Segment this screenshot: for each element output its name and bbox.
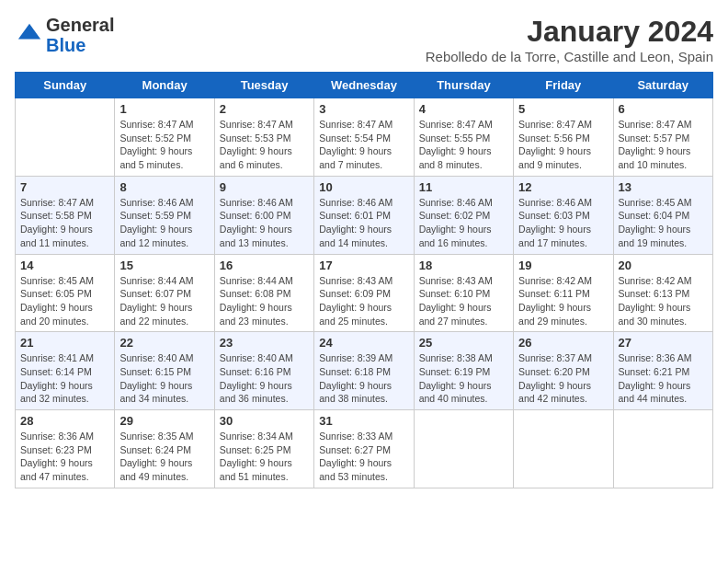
day-info: Sunrise: 8:44 AMSunset: 6:08 PMDaylight:… (220, 274, 309, 328)
day-info: Sunrise: 8:41 AMSunset: 6:14 PMDaylight:… (20, 351, 109, 406)
calendar-cell: 7Sunrise: 8:47 AMSunset: 5:58 PMDaylight… (16, 176, 115, 254)
calendar-cell (16, 98, 115, 177)
day-number: 14 (20, 259, 109, 272)
day-info: Sunrise: 8:46 AMSunset: 6:02 PMDaylight:… (419, 196, 508, 250)
week-row-4: 28Sunrise: 8:36 AMSunset: 6:23 PMDayligh… (16, 410, 713, 488)
calendar-cell: 9Sunrise: 8:46 AMSunset: 6:00 PMDaylight… (214, 176, 313, 254)
weekday-header-thursday: Thursday (414, 73, 513, 98)
calendar-cell: 27Sunrise: 8:36 AMSunset: 6:21 PMDayligh… (613, 332, 712, 410)
day-info: Sunrise: 8:47 AMSunset: 5:57 PMDaylight:… (619, 118, 708, 172)
calendar-cell: 17Sunrise: 8:43 AMSunset: 6:09 PMDayligh… (314, 254, 414, 332)
calendar-cell: 29Sunrise: 8:35 AMSunset: 6:24 PMDayligh… (115, 410, 214, 488)
day-info: Sunrise: 8:34 AMSunset: 6:25 PMDaylight:… (220, 430, 309, 484)
week-row-1: 7Sunrise: 8:47 AMSunset: 5:58 PMDaylight… (16, 176, 713, 254)
day-info: Sunrise: 8:43 AMSunset: 6:09 PMDaylight:… (319, 274, 408, 328)
day-number: 17 (319, 259, 408, 272)
day-number: 30 (220, 414, 309, 428)
calendar-cell: 25Sunrise: 8:38 AMSunset: 6:19 PMDayligh… (414, 332, 513, 410)
day-number: 23 (220, 336, 309, 350)
calendar-cell: 31Sunrise: 8:33 AMSunset: 6:27 PMDayligh… (314, 410, 414, 488)
day-number: 22 (119, 336, 209, 350)
day-info: Sunrise: 8:47 AMSunset: 5:53 PMDaylight:… (220, 118, 309, 172)
day-info: Sunrise: 8:47 AMSunset: 5:55 PMDaylight:… (419, 118, 508, 172)
day-number: 16 (220, 259, 309, 272)
calendar-cell: 21Sunrise: 8:41 AMSunset: 6:14 PMDayligh… (16, 332, 115, 410)
calendar-cell: 23Sunrise: 8:40 AMSunset: 6:16 PMDayligh… (214, 332, 313, 410)
week-row-3: 21Sunrise: 8:41 AMSunset: 6:14 PMDayligh… (16, 332, 713, 410)
weekday-header-monday: Monday (115, 73, 214, 98)
logo-general: General (46, 15, 114, 35)
day-number: 13 (619, 180, 708, 194)
weekday-header-saturday: Saturday (613, 73, 712, 98)
calendar-cell: 8Sunrise: 8:46 AMSunset: 5:59 PMDaylight… (115, 176, 214, 254)
subtitle: Rebolledo de la Torre, Castille and Leon… (426, 49, 713, 64)
day-number: 7 (20, 180, 109, 194)
day-number: 9 (220, 180, 309, 194)
day-number: 10 (319, 180, 408, 194)
day-info: Sunrise: 8:47 AMSunset: 5:56 PMDaylight:… (518, 118, 608, 172)
weekday-header-tuesday: Tuesday (214, 73, 313, 98)
day-number: 8 (119, 180, 209, 194)
day-info: Sunrise: 8:35 AMSunset: 6:24 PMDaylight:… (119, 430, 209, 484)
day-number: 27 (619, 336, 708, 350)
day-number: 19 (518, 259, 608, 272)
day-info: Sunrise: 8:36 AMSunset: 6:21 PMDaylight:… (619, 351, 708, 406)
calendar-cell: 10Sunrise: 8:46 AMSunset: 6:01 PMDayligh… (314, 176, 414, 254)
calendar-cell: 30Sunrise: 8:34 AMSunset: 6:25 PMDayligh… (214, 410, 313, 488)
logo-icon (17, 20, 42, 46)
calendar-cell (414, 410, 513, 488)
day-info: Sunrise: 8:46 AMSunset: 6:03 PMDaylight:… (518, 196, 608, 250)
day-number: 26 (518, 336, 608, 350)
header: General Blue January 2024 Rebolledo de l… (15, 15, 713, 64)
calendar-cell: 16Sunrise: 8:44 AMSunset: 6:08 PMDayligh… (214, 254, 313, 332)
day-info: Sunrise: 8:45 AMSunset: 6:05 PMDaylight:… (20, 274, 109, 328)
day-info: Sunrise: 8:47 AMSunset: 5:52 PMDaylight:… (119, 118, 209, 172)
day-info: Sunrise: 8:40 AMSunset: 6:16 PMDaylight:… (220, 351, 309, 406)
weekday-header-friday: Friday (514, 73, 613, 98)
calendar-cell: 19Sunrise: 8:42 AMSunset: 6:11 PMDayligh… (514, 254, 613, 332)
calendar-cell: 12Sunrise: 8:46 AMSunset: 6:03 PMDayligh… (514, 176, 613, 254)
weekday-header-wednesday: Wednesday (314, 73, 414, 98)
calendar-cell: 2Sunrise: 8:47 AMSunset: 5:53 PMDaylight… (214, 98, 313, 177)
weekday-header-sunday: Sunday (16, 73, 115, 98)
logo-blue: Blue (46, 35, 114, 55)
day-info: Sunrise: 8:36 AMSunset: 6:23 PMDaylight:… (20, 430, 109, 484)
day-info: Sunrise: 8:47 AMSunset: 5:54 PMDaylight:… (319, 118, 408, 172)
day-info: Sunrise: 8:42 AMSunset: 6:13 PMDaylight:… (619, 274, 708, 328)
calendar-cell: 26Sunrise: 8:37 AMSunset: 6:20 PMDayligh… (514, 332, 613, 410)
calendar-cell: 20Sunrise: 8:42 AMSunset: 6:13 PMDayligh… (613, 254, 712, 332)
day-number: 2 (220, 102, 309, 116)
day-number: 18 (419, 259, 508, 272)
day-info: Sunrise: 8:46 AMSunset: 6:01 PMDaylight:… (319, 196, 408, 250)
day-number: 12 (518, 180, 608, 194)
day-info: Sunrise: 8:46 AMSunset: 6:00 PMDaylight:… (220, 196, 309, 250)
day-number: 24 (319, 336, 408, 350)
calendar-table: SundayMondayTuesdayWednesdayThursdayFrid… (15, 72, 713, 488)
calendar-cell: 15Sunrise: 8:44 AMSunset: 6:07 PMDayligh… (115, 254, 214, 332)
svg-marker-0 (18, 24, 40, 40)
day-number: 31 (319, 414, 408, 428)
day-number: 5 (518, 102, 608, 116)
day-info: Sunrise: 8:38 AMSunset: 6:19 PMDaylight:… (419, 351, 508, 406)
day-number: 28 (20, 414, 109, 428)
day-info: Sunrise: 8:42 AMSunset: 6:11 PMDaylight:… (518, 274, 608, 328)
week-row-0: 1Sunrise: 8:47 AMSunset: 5:52 PMDaylight… (16, 98, 713, 177)
main-title: January 2024 (426, 15, 713, 49)
calendar-cell (514, 410, 613, 488)
day-info: Sunrise: 8:47 AMSunset: 5:58 PMDaylight:… (20, 196, 109, 250)
week-row-2: 14Sunrise: 8:45 AMSunset: 6:05 PMDayligh… (16, 254, 713, 332)
day-number: 21 (20, 336, 109, 350)
calendar-cell: 5Sunrise: 8:47 AMSunset: 5:56 PMDaylight… (514, 98, 613, 177)
day-number: 29 (119, 414, 209, 428)
calendar-cell: 4Sunrise: 8:47 AMSunset: 5:55 PMDaylight… (414, 98, 513, 177)
day-info: Sunrise: 8:40 AMSunset: 6:15 PMDaylight:… (119, 351, 209, 406)
calendar-cell: 14Sunrise: 8:45 AMSunset: 6:05 PMDayligh… (16, 254, 115, 332)
day-info: Sunrise: 8:39 AMSunset: 6:18 PMDaylight:… (319, 351, 408, 406)
day-info: Sunrise: 8:44 AMSunset: 6:07 PMDaylight:… (119, 274, 209, 328)
calendar-cell: 18Sunrise: 8:43 AMSunset: 6:10 PMDayligh… (414, 254, 513, 332)
calendar-cell: 3Sunrise: 8:47 AMSunset: 5:54 PMDaylight… (314, 98, 414, 177)
day-info: Sunrise: 8:33 AMSunset: 6:27 PMDaylight:… (319, 430, 408, 484)
day-number: 25 (419, 336, 508, 350)
calendar-cell: 24Sunrise: 8:39 AMSunset: 6:18 PMDayligh… (314, 332, 414, 410)
calendar-cell: 13Sunrise: 8:45 AMSunset: 6:04 PMDayligh… (613, 176, 712, 254)
